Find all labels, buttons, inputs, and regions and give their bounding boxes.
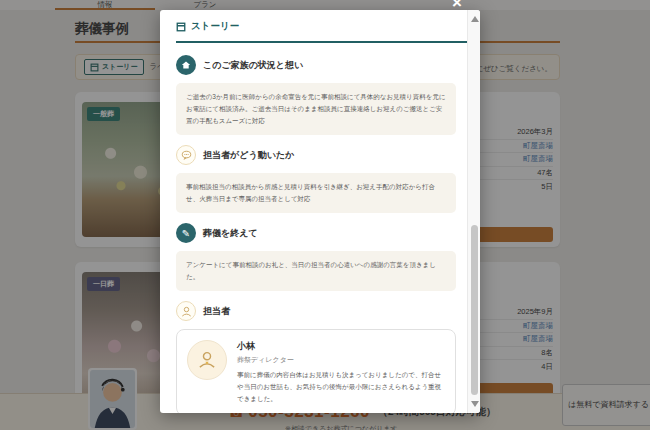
close-icon[interactable]: × — [452, 0, 462, 11]
modal-header: ストーリー — [176, 20, 456, 33]
section-staff: 担当者 — [176, 301, 456, 321]
section-body: アンケートにて事前相談のお礼と、当日の担当者の心遣いへの感謝の言葉を頂きました。 — [176, 251, 456, 291]
section-staff-action: 担当者がどう動いたか — [176, 145, 456, 165]
screen: 情報 プラン 葬儀事例 ストーリー ラベルが付いた事例 考にぜひご覧ください。 … — [0, 0, 650, 430]
modal-scrollbar[interactable] — [467, 10, 480, 413]
story-modal: ストーリー このご家族の状況と想い ご逝去の3か月前に医師からの余命宣告を元に事… — [160, 10, 480, 413]
staff-comment: 事前に葬儀の内容自体はお見積りも決まっておりましたので、打合せや当日のお世話も、… — [237, 369, 445, 405]
staff-card: 小林 葬祭ディレクター 事前に葬儀の内容自体はお見積りも決まっておりましたので、… — [176, 329, 456, 413]
section-heading: このご家族の状況と想い — [203, 59, 303, 72]
section-heading: 担当者 — [203, 305, 230, 318]
scroll-down-icon[interactable] — [471, 401, 479, 407]
section-body: 事前相談担当の相談員から所感と見積り資料を引き継ぎ、お迎え手配の対応から打合せ、… — [176, 173, 456, 213]
staff-info: 小林 葬祭ディレクター 事前に葬儀の内容自体はお見積りも決まっておりましたので、… — [237, 340, 445, 405]
staff-job-title: 葬祭ディレクター — [237, 355, 445, 365]
modal-title-rule — [176, 41, 468, 43]
section-body: ご逝去の3か月前に医師からの余命宣告を元に事前相談にて具体的なお見積り資料を元に… — [176, 83, 456, 135]
story-icon — [176, 22, 186, 32]
house-icon — [176, 55, 196, 75]
section-after-funeral: ✎ 葬儀を終えて — [176, 223, 456, 243]
scroll-up-icon[interactable] — [471, 16, 479, 22]
speech-bubble-icon — [176, 145, 196, 165]
pen-icon: ✎ — [176, 223, 196, 243]
person-icon — [176, 301, 196, 321]
section-heading: 担当者がどう動いたか — [203, 149, 294, 162]
modal-title: ストーリー — [191, 20, 239, 33]
staff-avatar-icon — [187, 340, 227, 380]
staff-name: 小林 — [237, 340, 445, 353]
scrollbar-thumb[interactable] — [471, 225, 478, 395]
section-heading: 葬儀を終えて — [203, 227, 258, 240]
section-family: このご家族の状況と想い — [176, 55, 456, 75]
